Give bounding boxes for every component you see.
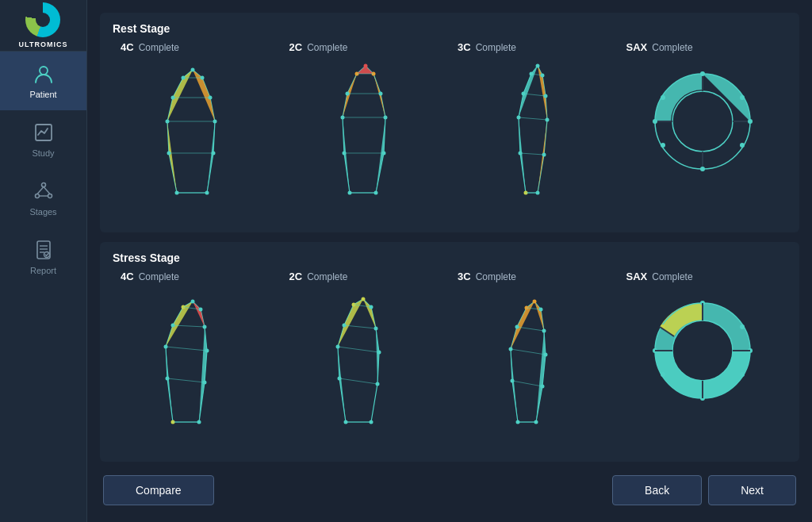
rest-2c-column: 2C Complete	[282, 41, 450, 201]
rest-sax-status: Complete	[652, 42, 692, 53]
report-icon	[33, 239, 55, 261]
svg-marker-38	[373, 74, 385, 117]
svg-marker-35	[343, 117, 350, 193]
svg-line-110	[166, 347, 207, 351]
svg-marker-13	[167, 70, 215, 193]
rest-sax-code: SAX	[626, 41, 648, 53]
svg-line-152	[512, 381, 542, 386]
svg-point-124	[361, 297, 365, 301]
svg-marker-116	[363, 299, 376, 328]
svg-point-83	[700, 71, 705, 76]
svg-point-85	[748, 119, 753, 124]
svg-point-4	[48, 194, 52, 198]
sidebar-item-report[interactable]: Report	[0, 228, 86, 286]
rest-3c-header: 3C Complete	[450, 41, 619, 53]
stress-4c-status: Complete	[139, 271, 179, 282]
svg-marker-95	[199, 327, 207, 422]
svg-point-90	[661, 95, 665, 100]
rest-2c-header: 2C Complete	[282, 41, 450, 53]
svg-line-133	[344, 325, 376, 328]
svg-marker-93	[166, 347, 173, 422]
sidebar-label-stages: Stages	[29, 207, 56, 217]
rest-3c-canvas	[450, 58, 619, 201]
stress-stage-title: Stress Stage	[113, 251, 787, 264]
stress-2c-canvas	[282, 287, 450, 430]
rest-4c-status: Complete	[139, 42, 179, 53]
rest-2c-code: 2C	[289, 41, 303, 53]
patient-icon	[33, 63, 55, 85]
stress-3c-column: 3C Complete	[450, 271, 619, 430]
svg-line-6	[44, 187, 50, 194]
svg-point-78	[672, 91, 733, 152]
logo-area: ULTROMICS	[0, 0, 86, 52]
stress-3c-code: 3C	[458, 271, 471, 282]
svg-point-2	[41, 183, 45, 187]
rest-sax-header: SAX Complete	[619, 41, 787, 53]
svg-marker-14	[167, 121, 177, 193]
bottom-bar: Compare Back Next	[100, 471, 799, 509]
stress-sax-column: SAX Complete	[619, 271, 787, 414]
rest-2c-status: Complete	[307, 42, 347, 53]
stress-stage-section: Stress Stage 4C Complete	[100, 242, 799, 462]
sidebar-label-report: Report	[30, 266, 56, 275]
logo-text: ULTROMICS	[19, 40, 68, 48]
svg-point-0	[40, 67, 48, 75]
study-icon	[33, 121, 55, 144]
stress-sax-canvas	[619, 287, 787, 414]
svg-line-131	[339, 378, 377, 384]
svg-point-165	[661, 372, 665, 377]
svg-point-87	[700, 167, 705, 171]
rest-4c-column: 4C Complete	[113, 41, 282, 201]
svg-point-161	[740, 324, 745, 329]
svg-point-102	[191, 300, 195, 304]
svg-marker-92	[193, 301, 205, 327]
rest-3c-status: Complete	[476, 42, 516, 53]
svg-point-145	[533, 300, 537, 304]
sidebar-item-study[interactable]: Study	[0, 110, 86, 169]
stress-4c-code: 4C	[121, 271, 134, 282]
stress-sax-header: SAX Complete	[619, 271, 787, 282]
stress-2c-column: 2C Complete	[282, 271, 450, 430]
stress-sax-code: SAX	[626, 271, 648, 282]
sidebar: ULTROMICS Patient Study	[0, 0, 87, 522]
svg-line-132	[338, 347, 379, 352]
svg-point-3	[35, 194, 39, 198]
stress-4c-header: 4C Complete	[113, 271, 282, 282]
rest-views-row: 4C Complete	[113, 41, 787, 201]
rest-4c-canvas	[113, 58, 282, 201]
rest-2c-canvas	[282, 58, 450, 201]
stress-3c-status: Complete	[476, 271, 516, 282]
sidebar-label-study: Study	[32, 148, 54, 158]
stages-icon	[33, 180, 55, 202]
svg-line-153	[511, 349, 546, 355]
stress-2c-code: 2C	[289, 271, 303, 282]
stress-2c-status: Complete	[307, 271, 347, 282]
svg-marker-17	[207, 121, 215, 193]
next-button[interactable]: Next	[708, 475, 796, 505]
sidebar-item-patient[interactable]: Patient	[0, 52, 86, 110]
rest-sax-column: SAX Complete	[619, 41, 787, 185]
stress-views-row: 4C Complete	[113, 271, 787, 430]
rest-stage-section: Rest Stage 4C Complete	[100, 13, 799, 232]
svg-point-23	[191, 68, 195, 72]
rest-stage-title: Rest Stage	[113, 22, 787, 35]
svg-line-154	[517, 327, 544, 331]
rest-3c-column: 3C Complete	[450, 41, 619, 201]
sidebar-item-stages[interactable]: Stages	[0, 169, 86, 228]
svg-marker-138	[534, 301, 544, 331]
rest-4c-code: 4C	[121, 41, 134, 53]
svg-point-45	[363, 64, 367, 68]
svg-point-163	[740, 372, 745, 377]
svg-marker-36	[343, 74, 357, 117]
main-content: Rest Stage 4C Complete	[87, 0, 812, 522]
compare-button[interactable]: Compare	[103, 475, 214, 505]
rest-3c-code: 3C	[458, 41, 471, 53]
svg-marker-139	[536, 331, 546, 422]
svg-line-74	[519, 117, 547, 120]
svg-marker-115	[338, 299, 363, 347]
nav-buttons: Back Next	[612, 475, 796, 505]
svg-marker-57	[519, 117, 526, 193]
svg-point-84	[740, 95, 745, 100]
back-button[interactable]: Back	[612, 475, 702, 505]
svg-point-89	[653, 119, 657, 124]
